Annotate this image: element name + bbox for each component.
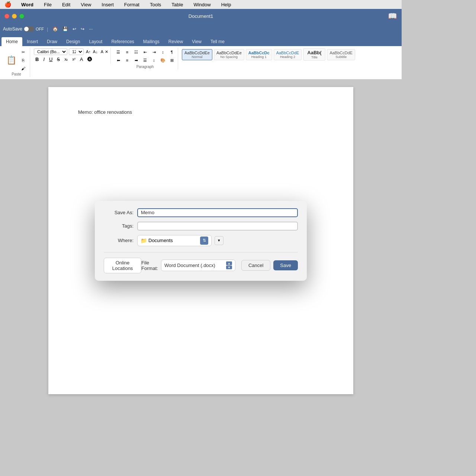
tags-input[interactable] [137, 222, 298, 231]
tab-draw[interactable]: Draw [42, 37, 62, 46]
save-button-quick[interactable]: 💾 [61, 26, 70, 32]
show-hide-icon[interactable]: ¶ [168, 48, 176, 56]
font-size-select[interactable]: 12 [69, 48, 84, 55]
home-button[interactable]: 🏠 [51, 26, 60, 32]
shading-icon[interactable]: 🎨 [159, 57, 167, 64]
italic-button[interactable]: I [42, 56, 46, 63]
apple-logo-icon[interactable]: 🍎 [4, 1, 12, 8]
ribbon-paste-group: 📋 ✂ ⎘ 🖌 Paste [3, 48, 30, 77]
format-painter-icon[interactable]: 🖌 [19, 65, 27, 72]
tab-mailings[interactable]: Mailings [139, 37, 164, 46]
font-grow-icon[interactable]: A↑ [86, 49, 91, 54]
menu-view[interactable]: View [78, 1, 93, 8]
menu-help[interactable]: Help [219, 1, 234, 8]
file-format-label: File Format: [141, 260, 158, 271]
traffic-lights [4, 14, 24, 19]
where-selector: 📁 Documents ⇅ ▾ [137, 235, 298, 246]
clear-format-icon[interactable]: ✕ [105, 49, 108, 54]
cut-icon[interactable]: ✂ [19, 48, 27, 56]
strikethrough-button[interactable]: S̶ [55, 56, 61, 63]
subscript-button[interactable]: x₂ [63, 57, 69, 62]
font-color-btn[interactable]: 🅐 [86, 56, 94, 63]
justify-icon[interactable]: ☰ [141, 57, 149, 64]
cancel-button[interactable]: Cancel [241, 260, 270, 271]
menu-tools[interactable]: Tools [148, 1, 163, 8]
document-area: Memo: office renovations Save As: Tags: … [0, 80, 402, 402]
where-dropdown[interactable]: 📁 Documents ⇅ [137, 235, 212, 246]
style-h2-label: Heading 2 [280, 55, 295, 59]
tab-review[interactable]: Review [164, 37, 187, 46]
style-subtitle[interactable]: AaBbCcDdE Subtitle [327, 49, 355, 60]
format-up-btn[interactable]: ▲ [226, 261, 232, 265]
menu-word[interactable]: Word [19, 1, 36, 8]
tab-references[interactable]: References [107, 37, 138, 46]
tab-design[interactable]: Design [62, 37, 84, 46]
style-title-label: Title [311, 55, 318, 59]
paste-icon[interactable]: 📋 [6, 55, 16, 65]
font-highlight-icon[interactable]: A [78, 56, 85, 63]
bullets-icon[interactable]: ☰ [115, 48, 122, 56]
underline-button[interactable]: U [48, 56, 54, 63]
menu-table[interactable]: Table [169, 1, 185, 8]
quick-access-toolbar: AutoSave OFF | 🏠 💾 ↩ ↪ ··· [0, 23, 402, 35]
font-shrink-icon[interactable]: A↓ [93, 49, 98, 54]
align-center-icon[interactable]: ≡ [123, 57, 131, 64]
ribbon-content: 📋 ✂ ⎘ 🖌 Paste Calibri (Bo... 12 A↑ [0, 46, 402, 80]
save-as-input[interactable] [137, 208, 298, 217]
menu-file[interactable]: File [42, 1, 54, 8]
align-left-icon[interactable]: ⬅ [115, 57, 122, 64]
style-heading1[interactable]: AaBbCcDc Heading 1 [246, 49, 272, 60]
style-nospacing-preview: AaBbCcDdEe [216, 51, 242, 55]
ribbon-tabs: Home Insert Draw Design Layout Reference… [0, 35, 402, 46]
save-button[interactable]: Save [273, 260, 298, 270]
indent-increase-icon[interactable]: ⇥ [150, 48, 158, 56]
maximize-button[interactable] [19, 14, 24, 19]
borders-icon[interactable]: ⊞ [168, 57, 176, 64]
tab-insert[interactable]: Insert [22, 37, 42, 46]
numbering-icon[interactable]: ≡ [123, 48, 131, 56]
bold-button[interactable]: B [34, 56, 40, 63]
tab-tellme[interactable]: Tell me [206, 37, 229, 46]
style-normal[interactable]: AaBbCcDdEe Normal [182, 49, 212, 60]
indent-decrease-icon[interactable]: ⇤ [141, 48, 149, 56]
more-quick-access[interactable]: ··· [87, 26, 94, 32]
menu-insert[interactable]: Insert [99, 1, 116, 8]
style-h1-preview: AaBbCcDc [248, 51, 270, 55]
file-format-select[interactable]: Word Document (.docx) ▲ ▼ [161, 260, 235, 271]
file-format-value: Word Document (.docx) [164, 263, 226, 268]
ribbon-styles-group: AaBbCcDdEe Normal AaBbCcDdEe No Spacing … [180, 48, 357, 61]
font-color-icon[interactable]: A [101, 49, 103, 54]
superscript-button[interactable]: x² [71, 57, 77, 62]
multilevel-icon[interactable]: ☷ [132, 48, 140, 56]
line-spacing-icon[interactable]: ↕ [150, 57, 158, 64]
font-name-select[interactable]: Calibri (Bo... [34, 48, 67, 55]
undo-button[interactable]: ↩ [71, 26, 78, 32]
tab-view[interactable]: View [187, 37, 206, 46]
where-expand-btn[interactable]: ▾ [215, 236, 223, 245]
where-text: Documents [148, 238, 199, 243]
style-no-spacing[interactable]: AaBbCcDdEe No Spacing [214, 49, 244, 60]
tab-layout[interactable]: Layout [84, 37, 107, 46]
sort-icon[interactable]: ↕ [159, 48, 167, 56]
menu-window[interactable]: Window [191, 1, 213, 8]
copy-icon[interactable]: ⎘ [19, 57, 27, 64]
alignment-icons: ⬅ ≡ ➡ ☰ ↕ 🎨 ⊞ [115, 57, 176, 64]
style-title[interactable]: AaBb( Title [303, 48, 325, 61]
tab-home[interactable]: Home [1, 37, 22, 46]
minimize-button[interactable] [12, 14, 17, 19]
where-stepper-btn[interactable]: ⇅ [200, 237, 208, 245]
book-icon: 📖 [388, 12, 397, 20]
paste-group-label: Paste [6, 72, 27, 76]
redo-button[interactable]: ↪ [79, 26, 86, 32]
ribbon-paragraph-group: ☰ ≡ ☷ ⇤ ⇥ ↕ ¶ ⬅ ≡ ➡ ☰ ↕ 🎨 ⊞ Paragraph [112, 48, 178, 70]
autosave-label: AutoSave [3, 26, 22, 32]
align-right-icon[interactable]: ➡ [132, 57, 140, 64]
ribbon-font-group: Calibri (Bo... 12 A↑ A↓ A ✕ B I U S̶ x₂ … [32, 48, 111, 64]
online-locations-button[interactable]: Online Locations [104, 258, 141, 273]
autosave-toggle[interactable] [24, 26, 34, 32]
menu-format[interactable]: Format [122, 1, 142, 8]
close-button[interactable] [4, 14, 9, 19]
format-down-btn[interactable]: ▼ [226, 266, 232, 269]
menu-edit[interactable]: Edit [60, 1, 73, 8]
style-heading2[interactable]: AaBbCcDdE Heading 2 [274, 49, 302, 60]
